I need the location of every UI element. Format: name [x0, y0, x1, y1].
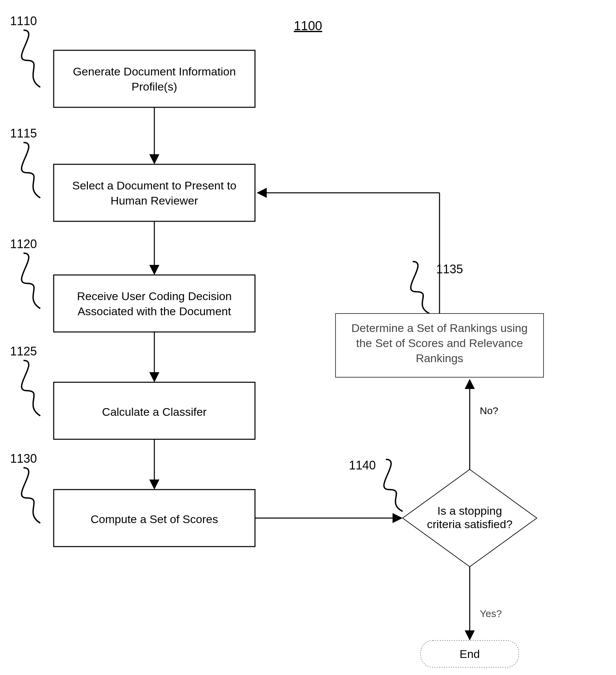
svg-text:Generate Document Information: Generate Document Information	[73, 65, 236, 78]
arrow-1110-1115	[149, 107, 159, 164]
ref-1130: 1130	[10, 452, 40, 523]
terminator-end: End	[421, 640, 519, 667]
label-yes: Yes?	[480, 608, 502, 619]
svg-text:the Set of Scores and Relevanc: the Set of Scores and Relevance	[356, 337, 523, 349]
label-no: No?	[480, 405, 498, 416]
arrow-yes: Yes?	[465, 567, 502, 640]
svg-text:Calculate a Classifer: Calculate a Classifer	[102, 405, 207, 418]
svg-rect-10	[54, 164, 255, 221]
svg-text:Receive User Coding Decision: Receive User Coding Decision	[77, 290, 232, 302]
arrow-1115-1120	[149, 221, 159, 275]
svg-text:1120: 1120	[10, 237, 37, 251]
svg-text:1110: 1110	[10, 14, 37, 28]
ref-1120: 1120	[10, 237, 40, 308]
step-generate-profile: Generate Document Information Profile(s)	[54, 50, 255, 107]
arrow-1125-1130	[149, 439, 159, 490]
svg-marker-14	[149, 265, 159, 275]
svg-text:Human Reviewer: Human Reviewer	[111, 194, 198, 207]
svg-marker-33	[257, 188, 267, 198]
svg-text:1115: 1115	[10, 126, 37, 140]
svg-text:Associated with the Document: Associated with the Document	[78, 305, 231, 318]
svg-marker-43	[465, 630, 475, 640]
svg-marker-36	[393, 513, 403, 523]
figure-title: 1100	[294, 19, 322, 33]
arrow-1120-1125	[149, 332, 159, 382]
svg-text:Rankings: Rankings	[416, 352, 463, 364]
flowchart: 1100 1110 1115 1120 1125 1130 Generate D…	[0, 0, 616, 675]
step-select-document: Select a Document to Present to Human Re…	[54, 164, 255, 221]
ref-1115: 1115	[10, 126, 40, 198]
step-determine-rankings: Determine a Set of Rankings using the Se…	[336, 314, 544, 377]
svg-text:End: End	[460, 648, 480, 660]
svg-marker-19	[149, 372, 159, 382]
svg-rect-5	[54, 50, 255, 107]
svg-text:1135: 1135	[436, 262, 463, 276]
svg-text:Is a stopping: Is a stopping	[438, 504, 502, 517]
arrow-no: No?	[465, 379, 498, 469]
step-receive-decision: Receive User Coding Decision Associated …	[54, 275, 255, 332]
ref-1125: 1125	[10, 344, 40, 416]
svg-text:1140: 1140	[349, 458, 376, 472]
svg-marker-23	[149, 480, 159, 490]
arrow-1130-1140	[255, 513, 403, 523]
ref-1110: 1110	[10, 14, 40, 87]
svg-text:Compute a Set of Scores: Compute a Set of Scores	[91, 513, 218, 525]
ref-1135: 1135	[411, 262, 463, 314]
svg-text:Select a Document to Present t: Select a Document to Present to	[72, 179, 236, 192]
step-calculate-classifier: Calculate a Classifer	[54, 382, 255, 439]
ref-1140: 1140	[349, 458, 403, 511]
svg-text:1125: 1125	[10, 344, 37, 358]
svg-text:Determine a Set of Rankings us: Determine a Set of Rankings using	[351, 322, 527, 334]
step-compute-scores: Compute a Set of Scores	[54, 490, 255, 547]
svg-text:Profile(s): Profile(s)	[132, 80, 177, 93]
svg-text:criteria satisfied?: criteria satisfied?	[427, 518, 512, 530]
decision-stopping-criteria: Is a stopping criteria satisfied?	[403, 469, 537, 567]
arrow-1135-1115	[257, 188, 440, 314]
svg-marker-9	[149, 154, 159, 164]
svg-text:1130: 1130	[10, 452, 37, 465]
svg-marker-41	[465, 379, 475, 389]
svg-rect-15	[54, 275, 255, 332]
